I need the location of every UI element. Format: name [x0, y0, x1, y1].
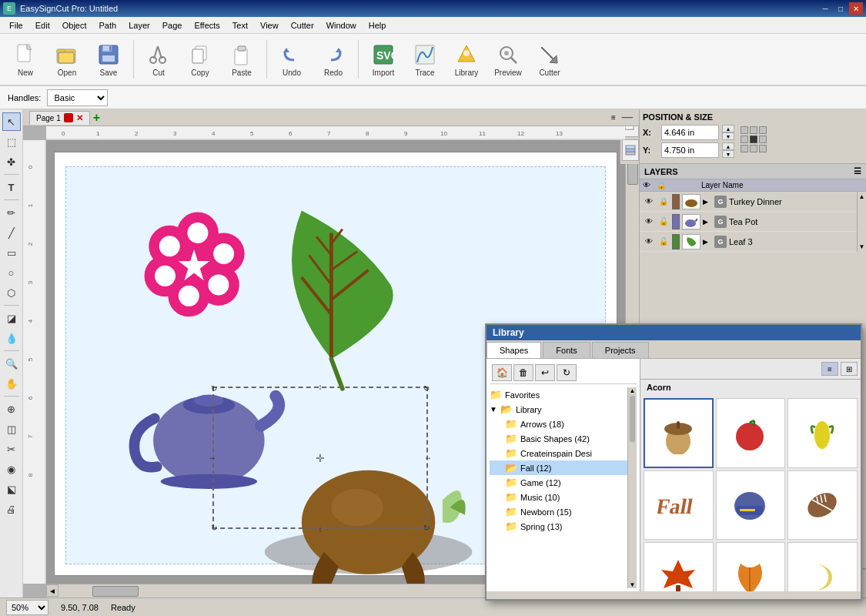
tree-library[interactable]: ▼ 📂 Library — [490, 402, 627, 417]
scroll-left-button[interactable]: ◄ — [46, 584, 59, 597]
layer-leaf[interactable]: 👁 🔓 ▶ G Leaf 3 — [640, 232, 857, 252]
handles-select[interactable]: Basic Advanced None — [47, 89, 108, 106]
menu-cutter[interactable]: Cutter — [285, 19, 320, 32]
slice-tool[interactable]: ✂ — [2, 440, 21, 458]
tree-back-btn[interactable]: ↩ — [535, 364, 555, 381]
page-tab-close[interactable]: ✕ — [76, 113, 83, 123]
node-tool[interactable]: ✤ — [2, 152, 21, 171]
menu-path[interactable]: Path — [93, 19, 123, 32]
turkey-expand[interactable]: ▶ — [703, 198, 712, 206]
menu-file[interactable]: File — [3, 19, 29, 32]
tree-basic-shapes[interactable]: 📁 Basic Shapes (42) — [490, 431, 627, 446]
handle-tl[interactable]: ↻ — [209, 383, 219, 393]
layers-scroll-up[interactable]: ▲ — [858, 192, 866, 202]
y-down[interactable]: ▼ — [722, 150, 734, 158]
lib-item-corn[interactable] — [787, 398, 858, 468]
anchor-ml[interactable] — [741, 136, 748, 143]
menu-page[interactable]: Page — [156, 19, 189, 32]
trace-button[interactable]: Trace — [406, 37, 444, 82]
library-title[interactable]: Library — [486, 325, 861, 340]
leaf-expand[interactable]: ▶ — [703, 238, 712, 246]
menu-window[interactable]: Window — [320, 19, 363, 32]
handle-tr[interactable]: ↻ — [422, 383, 431, 393]
layer-teapot[interactable]: 👁 🔓 ▶ G Tea Pot — [640, 212, 857, 232]
zoom-tool[interactable]: 🔍 — [2, 354, 21, 373]
zoom-select[interactable]: 25% 50% 75% 100% 150% 200% — [6, 600, 48, 615]
close-button[interactable]: ✕ — [849, 2, 863, 15]
teapot-visibility[interactable]: 👁 — [643, 216, 655, 228]
open-button[interactable]: Open — [48, 37, 86, 82]
tree-game[interactable]: 📁 Game (12) — [490, 475, 627, 490]
tree-scroll-down[interactable]: ▼ — [628, 581, 637, 588]
menu-edit[interactable]: Edit — [29, 19, 56, 32]
tree-refresh-btn[interactable]: ↻ — [557, 364, 577, 381]
y-spinner[interactable]: ▲ ▼ — [722, 142, 734, 158]
tree-createinspain[interactable]: 📁 Createinspain Desi — [490, 446, 627, 460]
x-input[interactable] — [661, 125, 719, 140]
tree-spring[interactable]: 📁 Spring (13) — [490, 519, 627, 534]
tab-fonts[interactable]: Fonts — [543, 342, 590, 358]
handle-tc[interactable]: ↕ — [316, 382, 325, 391]
x-down[interactable]: ▼ — [722, 132, 734, 140]
teapot-expand[interactable]: ▶ — [703, 218, 712, 226]
anchor-tl[interactable] — [741, 126, 748, 134]
leaf-visibility[interactable]: 👁 — [643, 236, 655, 248]
x-spinner[interactable]: ▲ ▼ — [722, 125, 734, 140]
tree-scroll-thumb[interactable] — [630, 396, 635, 442]
eyedrop-tool[interactable]: 💧 — [2, 329, 21, 347]
anchor-tr[interactable] — [759, 126, 767, 134]
tree-scrollbar[interactable]: ▲ ▼ — [627, 387, 637, 588]
lib-item-fall-text[interactable]: Fall — [644, 470, 714, 541]
lib-item-apple[interactable] — [716, 398, 786, 468]
lib-item-football[interactable] — [787, 470, 858, 541]
canvas-menu-icon[interactable]: ≡ — [611, 113, 616, 122]
handle-mr[interactable]: ↔ — [423, 454, 433, 463]
menu-object[interactable]: Object — [56, 19, 93, 32]
tree-favorites[interactable]: 📁 Favorites — [490, 387, 627, 402]
save-button[interactable]: Save — [89, 37, 128, 82]
anchor-mc[interactable] — [750, 136, 757, 143]
select-tool[interactable]: ↖ — [2, 112, 21, 131]
menu-layer[interactable]: Layer — [122, 19, 156, 32]
scroll-thumb-h[interactable] — [92, 586, 139, 597]
maximize-button[interactable]: □ — [834, 2, 848, 15]
circle-tool[interactable]: ○ — [2, 263, 21, 282]
line-tool[interactable]: ╱ — [2, 223, 21, 242]
weld-tool[interactable]: ⊕ — [2, 400, 21, 418]
layer-turkey[interactable]: 👁 🔒 ▶ G Turkey Dinner — [640, 192, 857, 212]
turkey-lock[interactable]: 🔒 — [657, 196, 670, 208]
tab-shapes[interactable]: Shapes — [486, 342, 541, 358]
menu-view[interactable]: View — [254, 19, 285, 32]
rect-tool[interactable]: ▭ — [2, 243, 21, 262]
library-button[interactable]: Library — [447, 37, 486, 82]
y-up[interactable]: ▲ — [722, 142, 734, 150]
redo-button[interactable]: Redo — [314, 37, 353, 82]
tree-fall[interactable]: 📂 Fall (12) — [490, 460, 627, 475]
pan-tool[interactable]: ✋ — [2, 374, 21, 393]
tree-home-btn[interactable]: 🏠 — [492, 364, 512, 381]
shadow-tool[interactable]: ◫ — [2, 420, 21, 438]
anchor-bl[interactable] — [741, 145, 748, 152]
import-button[interactable]: SVG Import — [364, 37, 403, 82]
anchor-tc[interactable] — [750, 126, 757, 134]
anchor-br[interactable] — [759, 145, 767, 152]
text-tool[interactable]: T — [2, 178, 21, 196]
layers-scroll-down[interactable]: ▼ — [858, 242, 866, 252]
page-1-tab[interactable]: Page 1 ✕ — [29, 111, 90, 125]
tree-scroll-up[interactable]: ▲ — [628, 387, 637, 394]
new-button[interactable]: New — [6, 37, 45, 82]
anchor-bc[interactable] — [750, 145, 757, 152]
layers-menu-icon[interactable]: ☰ — [854, 166, 861, 176]
layers-scrollbar[interactable]: ▲ ▼ — [857, 192, 866, 252]
tree-music[interactable]: 📁 Music (10) — [490, 490, 627, 504]
lib-item-football-helmet[interactable] — [716, 470, 786, 541]
tree-delete-btn[interactable]: 🗑 — [513, 364, 533, 381]
lib-item-fall-leaf[interactable] — [716, 542, 786, 591]
mat-tool[interactable]: ⬕ — [2, 480, 21, 498]
menu-effects[interactable]: Effects — [188, 19, 226, 32]
y-input[interactable] — [661, 142, 719, 158]
window-controls[interactable]: ─ □ ✕ — [818, 2, 863, 15]
lasso-tool[interactable]: ⬚ — [2, 132, 21, 151]
lib-item-acorn[interactable] — [644, 398, 714, 468]
minimize-button[interactable]: ─ — [818, 2, 832, 15]
